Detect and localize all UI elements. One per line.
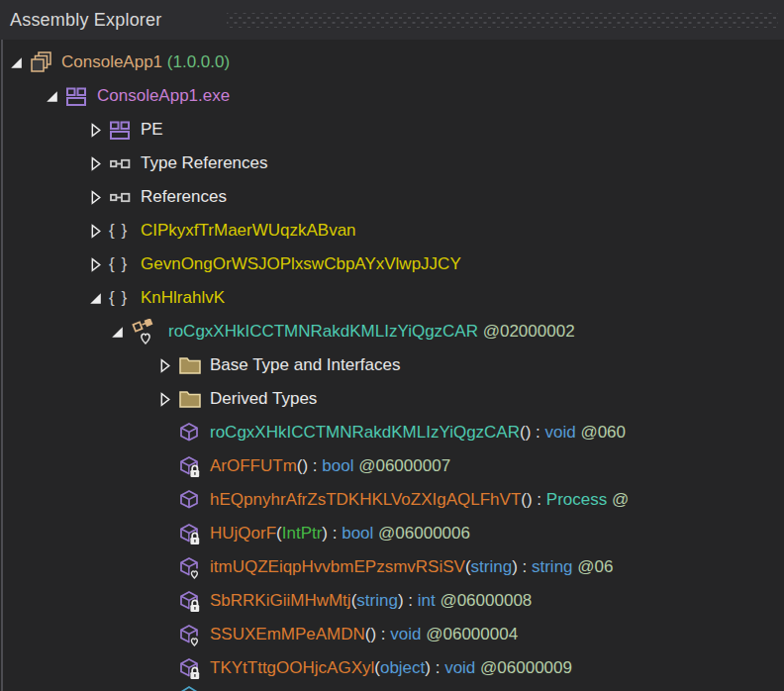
collapse-arrow-icon[interactable]: [8, 53, 30, 71]
label-segment: ArOFFUTm: [210, 456, 297, 475]
row-label: GevnOngOrWSJOPlxswCbpAYxVlwpJJCY: [141, 254, 461, 274]
expand-arrow-icon[interactable]: [156, 356, 178, 374]
label-segment: Derived Types: [210, 389, 317, 408]
drag-grip[interactable]: [227, 13, 778, 28]
tree-row-method-ssuxemmpeamdn[interactable]: SSUXEmMPeAMDN() : void @06000004: [0, 618, 784, 651]
label-segment: ConsoleApp1: [61, 52, 162, 71]
label-segment: CIPkyxfTrMaerWUqzkABvan: [141, 221, 356, 240]
row-label: ConsoleApp1.exe: [97, 86, 230, 106]
row-label: PE: [141, 120, 163, 140]
label-segment: PE: [141, 120, 163, 139]
assembly-tree: ConsoleApp1 (1.0.0.0) ConsoleApp1.exe PE…: [0, 40, 784, 691]
row-label: CIPkyxfTrMaerWUqzkABvan: [141, 221, 356, 241]
tree-row-method-aroffutm[interactable]: ArOFFUTm() : bool @06000007: [0, 449, 784, 483]
tree-row-class-rocgx[interactable]: roCgxXHkICCTMNRakdKMLIzYiQgzCAR @0200000…: [0, 315, 784, 348]
method-lock-icon: [178, 657, 204, 680]
label-segment: SbRRKiGiiMHwMtj: [210, 591, 351, 610]
expand-arrow-icon[interactable]: [156, 390, 178, 408]
left-gutter-divider: [1, 40, 3, 691]
tree-row-method-tkyttttg[interactable]: TKYtTttgOOHjcAGXyl(object) : void @06000…: [0, 651, 784, 685]
tree-row-method-sbrrkigii[interactable]: SbRRKiGiiMHwMtj(string) : int @06000008: [0, 584, 784, 618]
tree-row-references[interactable]: References: [0, 180, 784, 214]
module-icon: [65, 86, 91, 107]
label-segment: ) :: [425, 658, 444, 677]
row-label: roCgxXHkICCTMNRakdKMLIzYiQgzCAR @0200000…: [168, 322, 575, 342]
row-label: roCgxXHkICCTMNRakdKMLIzYiQgzCAR() : void…: [210, 423, 626, 443]
row-label: SSUXEmMPeAMDN() : void @06000004: [210, 625, 518, 644]
method-heart-icon: [178, 556, 204, 579]
folder-icon: [178, 389, 204, 409]
tree-row-namespace-cipkyxf[interactable]: { }CIPkyxfTrMaerWUqzkABvan: [0, 214, 784, 247]
namespace-icon: { }: [109, 288, 135, 308]
expander-spacer: [156, 592, 178, 610]
label-segment: @: [607, 490, 629, 509]
row-label: SbRRKiGiiMHwMtj(string) : int @06000008: [210, 591, 532, 611]
label-segment: ) :: [322, 524, 342, 543]
label-segment: @06000006: [373, 524, 470, 543]
tree-row-folder-derived-types[interactable]: Derived Types: [0, 382, 784, 416]
tree-row-type-references[interactable]: Type References: [0, 147, 784, 180]
label-segment: @06000008: [436, 591, 533, 610]
tree-row-namespace-gevnong[interactable]: { }GevnOngOrWSJOPlxswCbpAYxVlwpJJCY: [0, 247, 784, 281]
label-segment: bool: [342, 524, 373, 543]
collapse-arrow-icon[interactable]: [109, 323, 131, 341]
tree-row-method-hujqorf[interactable]: HUjQorF(IntPtr) : bool @06000006: [0, 517, 784, 550]
label-segment: () :: [520, 423, 545, 442]
row-label: HUjQorF(IntPtr) : bool @06000006: [210, 524, 470, 543]
tree-row-assembly-consoleapp1[interactable]: ConsoleApp1 (1.0.0.0): [0, 46, 784, 79]
method-lock-icon: [178, 455, 204, 478]
row-label: TKYtTttgOOHjcAGXyl(object) : void @06000…: [210, 658, 572, 678]
expander-spacer: [156, 685, 178, 691]
expand-arrow-icon[interactable]: [87, 188, 109, 206]
expand-arrow-icon[interactable]: [87, 255, 109, 273]
label-segment: ) :: [398, 591, 418, 610]
label-segment: TKYtTttgOOHjcAGXyl: [210, 658, 374, 677]
label-segment: ConsoleApp1.exe: [97, 86, 230, 105]
label-segment: roCgxXHkICCTMNRakdKMLIzYiQgzCAR: [168, 322, 478, 341]
class-icon: [131, 319, 162, 346]
collapse-arrow-icon[interactable]: [44, 87, 65, 105]
collapse-arrow-icon[interactable]: [87, 289, 109, 307]
expander-spacer: [156, 457, 178, 475]
module-icon: [109, 120, 135, 141]
expander-spacer: [156, 558, 178, 576]
label-segment: string: [356, 591, 398, 610]
label-segment: @060: [576, 423, 626, 442]
expand-arrow-icon[interactable]: [87, 121, 109, 139]
tree-row-partial-bottom-row[interactable]: [0, 685, 784, 691]
label-segment: Type References: [141, 153, 268, 172]
folder-icon: [178, 355, 204, 375]
tree-row-method-heqpnyhr[interactable]: hEQpnyhrAfrZsTDKHKLVoZXIgAQLFhVT() : Pro…: [0, 483, 784, 517]
tree-row-pe[interactable]: PE: [0, 113, 784, 147]
label-segment: (1.0.0.0): [162, 52, 230, 71]
label-segment: HUjQorF: [210, 524, 276, 543]
expander-spacer: [156, 626, 178, 643]
reference-icon: [109, 153, 135, 173]
namespace-icon: { }: [109, 254, 135, 274]
row-label: Base Type and Interfaces: [210, 355, 400, 375]
tree-row-module-consoleapp1-exe[interactable]: ConsoleApp1.exe: [0, 79, 784, 113]
assembly-explorer-panel: Assembly Explorer ConsoleApp1 (1.0.0.0) …: [0, 0, 784, 691]
label-segment: () :: [521, 490, 546, 509]
label-segment: () :: [365, 625, 391, 643]
method-icon: [178, 422, 204, 444]
label-segment: @06: [573, 557, 614, 576]
expand-arrow-icon[interactable]: [87, 222, 109, 240]
label-segment: KnHlrahlvK: [141, 288, 225, 307]
label-segment: @02000002: [478, 322, 575, 341]
label-segment: ) :: [512, 557, 532, 576]
label-segment: roCgxXHkICCTMNRakdKMLIzYiQgzCAR: [210, 423, 520, 442]
label-segment: hEQpnyhrAfrZsTDKHKLVoZXIgAQLFhVT: [210, 490, 521, 509]
label-segment: string: [532, 557, 573, 576]
tree-row-namespace-knhlrahlvk[interactable]: { }KnHlrahlvK: [0, 281, 784, 315]
panel-titlebar[interactable]: Assembly Explorer: [0, 0, 784, 40]
tree-row-method-ctor-rocgx[interactable]: roCgxXHkICCTMNRakdKMLIzYiQgzCAR() : void…: [0, 416, 784, 449]
label-segment: void: [444, 658, 475, 677]
tree-row-method-itmuqze[interactable]: itmUQZEiqpHvvbmEPzsmvRSiSV(string) : str…: [0, 550, 784, 584]
expand-arrow-icon[interactable]: [87, 154, 109, 172]
row-label: itmUQZEiqpHvvbmEPzsmvRSiSV(string) : str…: [210, 557, 613, 577]
row-label: ArOFFUTm() : bool @06000007: [210, 456, 450, 476]
expander-spacer: [156, 659, 178, 677]
label-segment: itmUQZEiqpHvvbmEPzsmvRSiSV: [210, 557, 465, 576]
tree-row-folder-base-type-and-interfaces[interactable]: Base Type and Interfaces: [0, 348, 784, 382]
